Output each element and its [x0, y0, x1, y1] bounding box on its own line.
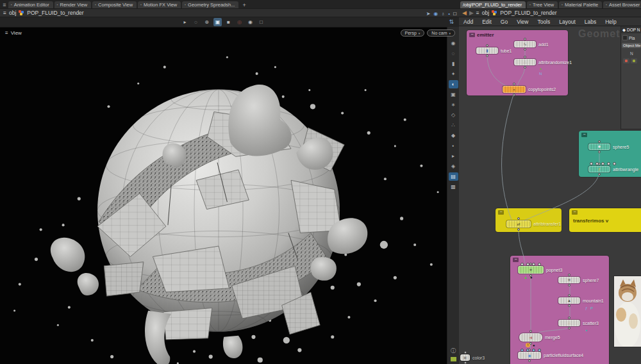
- pivot-icon[interactable]: ◆: [449, 131, 458, 140]
- green-param-button[interactable]: [631, 58, 637, 63]
- lasso-select-icon[interactable]: ◌: [192, 18, 200, 26]
- node-color3[interactable]: ▣ color3: [460, 354, 485, 361]
- frame-icon[interactable]: □: [453, 11, 456, 17]
- red-param-button[interactable]: [623, 58, 629, 63]
- geometry-tool-icon[interactable]: ■: [224, 18, 233, 26]
- hide-other-objects-icon[interactable]: ◉: [449, 39, 458, 47]
- node-input-dots[interactable]: [590, 162, 616, 165]
- tab-render-view[interactable]: ▪Render View: [54, 1, 92, 8]
- menu-view[interactable]: View: [512, 19, 533, 25]
- collapse-icon[interactable]: −: [572, 210, 578, 215]
- menu-tools[interactable]: Tools: [533, 19, 554, 25]
- node-tube1[interactable]: ▮ tube1: [476, 47, 512, 54]
- tab-network-obj-pop-fluid[interactable]: /obj/POP_FLUID_to_render: [460, 1, 526, 8]
- back-icon[interactable]: ◀: [462, 10, 467, 16]
- path-list-icon[interactable]: ≡: [476, 10, 479, 16]
- path-node-name[interactable]: POP_FLUID_to_render: [27, 10, 83, 16]
- attribute-badge: ƒ: [585, 306, 587, 310]
- node-attribtransfer1[interactable]: ⇄ attribtransfer1: [506, 220, 561, 228]
- node-sphere5[interactable]: ● sphere5: [588, 144, 629, 150]
- node-attribrandomize1[interactable]: ∴ attribrandomize1: [514, 59, 572, 65]
- path-node-name[interactable]: POP_FLUID_to_render: [500, 10, 556, 16]
- node-body: ⇄: [506, 220, 531, 228]
- node-attribwrangle1[interactable]: ƒ attribwrangle: [588, 166, 638, 172]
- node-sphere7[interactable]: ● sphere7: [558, 277, 599, 283]
- lock-camera-icon[interactable]: ▮: [449, 60, 458, 68]
- collapse-icon[interactable]: −: [469, 33, 475, 37]
- node-body: ∿: [514, 41, 536, 47]
- node-add1[interactable]: ∿ add1: [514, 41, 549, 47]
- info-icon[interactable]: ⓘ: [449, 347, 458, 355]
- viewport-canvas[interactable]: ≡ View Persp▾ No cam▾: [0, 28, 459, 364]
- menu-go[interactable]: Go: [496, 19, 512, 25]
- collapse-icon[interactable]: −: [513, 258, 519, 262]
- path-context[interactable]: obj: [482, 10, 489, 16]
- node-popnet3[interactable]: ∗ popnet3: [518, 266, 562, 274]
- grid-display-icon[interactable]: ▩: [449, 183, 458, 191]
- collapse-icon[interactable]: −: [498, 210, 504, 215]
- tab-material-palette[interactable]: ▪Material Palette: [559, 1, 602, 8]
- forward-icon[interactable]: ▶: [469, 10, 474, 16]
- handles-display-icon[interactable]: ∴: [449, 121, 458, 129]
- node-label: particlefluidsurface4: [544, 353, 583, 358]
- copytopoints-node-icon: ×: [513, 88, 515, 92]
- node-merge5[interactable]: ⇉ merge5: [519, 333, 560, 342]
- viewport-toolbar: ▸ ◌ ⊕ ▣ ■ ◎ ◉ □ ⇅: [0, 17, 459, 28]
- headlight-icon[interactable]: ✦: [449, 70, 458, 78]
- new-tab-button[interactable]: +: [240, 2, 248, 8]
- play-checkbox[interactable]: [622, 35, 628, 40]
- snapping-icon[interactable]: ∗: [449, 101, 458, 109]
- tab-asset-browser[interactable]: ▪Asset Browser: [603, 1, 641, 8]
- path-context[interactable]: obj: [9, 10, 16, 16]
- image-plane-icon[interactable]: ▤: [449, 172, 458, 181]
- tab-animation-editor[interactable]: ▪Animation Editor: [8, 1, 53, 8]
- network-canvas[interactable]: Geometry −emitter − − − transferimos v −: [459, 26, 641, 364]
- shading-mode-icon[interactable]: ◐: [449, 80, 458, 88]
- collapse-icon[interactable]: −: [581, 133, 587, 137]
- add-node-icon: ∿: [523, 42, 526, 46]
- menu-layout[interactable]: Layout: [554, 19, 580, 25]
- wireframe-display-icon[interactable]: ◈: [449, 162, 458, 170]
- select-mode-icon[interactable]: ◇: [449, 111, 458, 119]
- node-scatter3[interactable]: ∴ scatter3: [558, 320, 599, 326]
- render-region-icon[interactable]: □: [257, 18, 265, 26]
- globe-icon[interactable]: ♁: [441, 11, 445, 17]
- normals-display-icon[interactable]: ▸: [449, 152, 458, 160]
- tab-motion-fx-view[interactable]: ▪Motion FX View: [138, 1, 181, 8]
- color-swatch[interactable]: [451, 357, 456, 361]
- node-body: ▲: [558, 297, 580, 304]
- projection-pill[interactable]: Persp▾: [401, 29, 425, 37]
- tab-geometry-spreadsheet[interactable]: ▪Geometry Spreadsh...: [182, 1, 238, 8]
- menu-add[interactable]: Add: [459, 19, 478, 25]
- sim-ring-icon[interactable]: ◎: [235, 18, 244, 26]
- tab-composite-view[interactable]: ▪Composite View: [92, 1, 137, 8]
- translate-tool-icon[interactable]: ⊕: [203, 18, 211, 26]
- points-display-icon[interactable]: ▪: [449, 142, 458, 150]
- select-tool-icon[interactable]: ▸: [181, 18, 189, 26]
- pose-tool-icon[interactable]: ◉: [246, 18, 254, 26]
- pane-menu-icon[interactable]: ≣: [1, 3, 8, 8]
- dop-panel-title: DOP N: [627, 28, 640, 32]
- path-list-icon[interactable]: ≡: [3, 10, 6, 16]
- ghost-objects-icon[interactable]: ◌: [449, 49, 458, 58]
- object-merge-button[interactable]: Object Me: [622, 43, 641, 48]
- tab-label: Motion FX View: [144, 2, 177, 8]
- tab-label: Material Palette: [565, 2, 598, 8]
- camera-pill[interactable]: No cam▾: [427, 29, 455, 37]
- menu-edit[interactable]: Edit: [478, 19, 496, 25]
- menu-labs[interactable]: Labs: [580, 19, 601, 25]
- menu-help[interactable]: Help: [601, 19, 620, 25]
- display-options-icon[interactable]: ▣: [449, 90, 458, 99]
- sort-columns-icon[interactable]: ⇅: [449, 19, 454, 25]
- link-dot-icon[interactable]: •: [448, 11, 450, 17]
- node-mountain1[interactable]: ▲ mountain1: [558, 297, 604, 304]
- orbit-mode-icon[interactable]: ◉: [433, 11, 438, 17]
- netbox-transferimos[interactable]: − transferimos v: [569, 208, 641, 232]
- pointer-mode-icon[interactable]: ➤: [426, 11, 431, 17]
- handles-tool-icon[interactable]: ▣: [213, 18, 222, 26]
- viewport-view-menu[interactable]: ≡ View: [5, 30, 22, 36]
- node-particlefluidsurface4[interactable]: ◉ particlefluidsurface4: [518, 352, 583, 359]
- node-copytopoints2[interactable]: × copytopoints2: [503, 86, 556, 93]
- chevron-down-icon: ▾: [419, 31, 420, 35]
- tab-tree-view[interactable]: ▪Tree View: [527, 1, 558, 8]
